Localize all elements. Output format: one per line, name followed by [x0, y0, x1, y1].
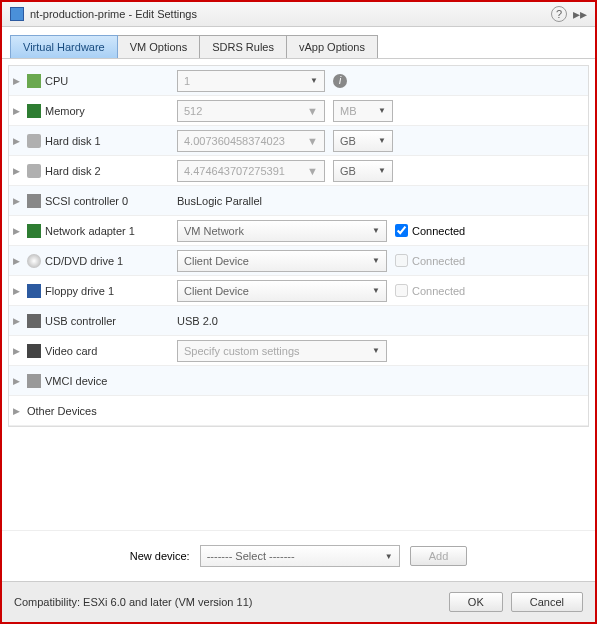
tab-sdrs-rules[interactable]: SDRS Rules	[199, 35, 287, 58]
expand-icon[interactable]: ▶	[13, 406, 23, 416]
row-cd-dvd-drive: ▶ CD/DVD drive 1 Client Device▼ Connecte…	[9, 246, 588, 276]
hdd-icon	[27, 164, 41, 178]
row-floppy-drive: ▶ Floppy drive 1 Client Device▼ Connecte…	[9, 276, 588, 306]
row-vmci-device: ▶ VMCI device	[9, 366, 588, 396]
expand-icon[interactable]: ▶	[13, 226, 23, 236]
network-icon	[27, 224, 41, 238]
usb-label: USB controller	[45, 315, 116, 327]
memory-icon	[27, 104, 41, 118]
cd-select[interactable]: Client Device▼	[177, 250, 387, 272]
net-connected-checkbox[interactable]: Connected	[395, 224, 465, 237]
usb-value: USB 2.0	[177, 315, 218, 327]
expand-icon[interactable]: ▶	[13, 106, 23, 116]
expand-icon[interactable]: ▸▸	[573, 6, 587, 22]
floppy-icon	[27, 284, 41, 298]
row-usb-controller: ▶ USB controller USB 2.0	[9, 306, 588, 336]
hardware-rows: ▶ CPU 1▼ i ▶ Memory 512▼ MB▼	[8, 65, 589, 427]
cpu-label: CPU	[45, 75, 68, 87]
tab-virtual-hardware[interactable]: Virtual Hardware	[10, 35, 118, 58]
content: ▶ CPU 1▼ i ▶ Memory 512▼ MB▼	[2, 59, 595, 530]
hd1-unit-select[interactable]: GB▼	[333, 130, 393, 152]
hd1-label: Hard disk 1	[45, 135, 101, 147]
row-memory: ▶ Memory 512▼ MB▼	[9, 96, 588, 126]
other-label: Other Devices	[27, 405, 97, 417]
add-button[interactable]: Add	[410, 546, 468, 566]
memory-input[interactable]: 512▼	[177, 100, 325, 122]
titlebar: nt-production-prime - Edit Settings ? ▸▸	[2, 2, 595, 27]
net-label: Network adapter 1	[45, 225, 135, 237]
hd2-label: Hard disk 2	[45, 165, 101, 177]
usb-icon	[27, 314, 41, 328]
expand-icon[interactable]: ▶	[13, 166, 23, 176]
cpu-icon	[27, 74, 41, 88]
video-icon	[27, 344, 41, 358]
vmci-label: VMCI device	[45, 375, 107, 387]
row-network-adapter: ▶ Network adapter 1 VM Network▼ Connecte…	[9, 216, 588, 246]
new-device-bar: New device: ------- Select -------▼ Add	[2, 530, 595, 581]
tabs: Virtual Hardware VM Options SDRS Rules v…	[2, 27, 595, 59]
floppy-label: Floppy drive 1	[45, 285, 114, 297]
dialog-title: nt-production-prime - Edit Settings	[30, 8, 545, 20]
expand-icon[interactable]: ▶	[13, 196, 23, 206]
hd2-size-input[interactable]: 4.474643707275391▼	[177, 160, 325, 182]
scsi-icon	[27, 194, 41, 208]
scsi-value: BusLogic Parallel	[177, 195, 262, 207]
memory-unit-select[interactable]: MB▼	[333, 100, 393, 122]
expand-icon[interactable]: ▶	[13, 316, 23, 326]
footer: Compatibility: ESXi 6.0 and later (VM ve…	[2, 581, 595, 622]
row-hard-disk-2: ▶ Hard disk 2 4.474643707275391▼ GB▼	[9, 156, 588, 186]
scsi-label: SCSI controller 0	[45, 195, 128, 207]
help-icon[interactable]: ?	[551, 6, 567, 22]
hdd-icon	[27, 134, 41, 148]
row-other-devices: ▶ Other Devices	[9, 396, 588, 426]
row-hard-disk-1: ▶ Hard disk 1 4.007360458374023▼ GB▼	[9, 126, 588, 156]
video-label: Video card	[45, 345, 97, 357]
vm-icon	[10, 7, 24, 21]
row-scsi-controller: ▶ SCSI controller 0 BusLogic Parallel	[9, 186, 588, 216]
cpu-select[interactable]: 1▼	[177, 70, 325, 92]
row-cpu: ▶ CPU 1▼ i	[9, 66, 588, 96]
expand-icon[interactable]: ▶	[13, 376, 23, 386]
hd2-unit-select[interactable]: GB▼	[333, 160, 393, 182]
network-select[interactable]: VM Network▼	[177, 220, 387, 242]
tab-vm-options[interactable]: VM Options	[117, 35, 200, 58]
video-select[interactable]: Specify custom settings▼	[177, 340, 387, 362]
expand-icon[interactable]: ▶	[13, 136, 23, 146]
new-device-select[interactable]: ------- Select -------▼	[200, 545, 400, 567]
ok-button[interactable]: OK	[449, 592, 503, 612]
cd-label: CD/DVD drive 1	[45, 255, 123, 267]
floppy-connected-checkbox: Connected	[395, 284, 465, 297]
row-video-card: ▶ Video card Specify custom settings▼	[9, 336, 588, 366]
cd-icon	[27, 254, 41, 268]
new-device-label: New device:	[130, 550, 190, 562]
compatibility-text: Compatibility: ESXi 6.0 and later (VM ve…	[14, 596, 441, 608]
expand-icon[interactable]: ▶	[13, 256, 23, 266]
tab-vapp-options[interactable]: vApp Options	[286, 35, 378, 58]
floppy-select[interactable]: Client Device▼	[177, 280, 387, 302]
vmci-icon	[27, 374, 41, 388]
expand-icon[interactable]: ▶	[13, 286, 23, 296]
memory-label: Memory	[45, 105, 85, 117]
cancel-button[interactable]: Cancel	[511, 592, 583, 612]
edit-settings-dialog: nt-production-prime - Edit Settings ? ▸▸…	[0, 0, 597, 624]
expand-icon[interactable]: ▶	[13, 346, 23, 356]
expand-icon[interactable]: ▶	[13, 76, 23, 86]
hd1-size-input[interactable]: 4.007360458374023▼	[177, 130, 325, 152]
info-icon[interactable]: i	[333, 74, 347, 88]
cd-connected-checkbox: Connected	[395, 254, 465, 267]
